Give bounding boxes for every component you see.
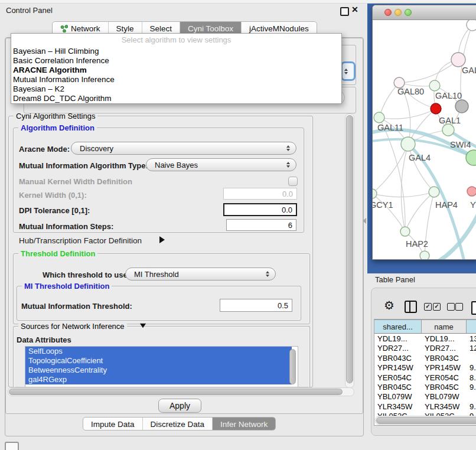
attribute-item[interactable]: TopologicalCoefficient (25, 356, 292, 366)
node-item[interactable] (467, 20, 476, 31)
window-minimize-button[interactable] (395, 9, 402, 16)
table-row[interactable]: YDL19...YDL19...13 (374, 334, 476, 344)
manual-kernel-checkbox[interactable] (288, 177, 298, 186)
table-row[interactable]: YBR045CYBR045C9. (374, 383, 476, 392)
apply-button[interactable]: Apply (158, 399, 201, 413)
tab-discretize-data[interactable]: Discretize Data (142, 418, 213, 430)
dpi-tolerance-field[interactable]: 0.0 (223, 203, 297, 216)
node-gal[interactable] (451, 53, 465, 67)
sources-group-title: Sources for Network Inference (18, 322, 127, 331)
which-threshold-value: MI Threshold (134, 270, 179, 279)
mi-threshold-label: Mutual Information Threshold: (21, 302, 132, 311)
network-window-titlebar[interactable] (373, 5, 476, 20)
table-row[interactable]: YDR27...YDR27...12 (374, 344, 476, 353)
column-header-item[interactable] (467, 319, 476, 334)
divider-collapse-arrow[interactable] (363, 218, 366, 224)
hub-section-label[interactable]: Hub/Transcription Factor Definition (19, 236, 142, 245)
checked-checkbox-icon[interactable]: ✓ (424, 303, 432, 311)
tab-label: Network (71, 24, 100, 33)
unchecked-checkbox-icon[interactable] (447, 303, 455, 311)
tab-network[interactable]: Network (53, 22, 108, 34)
node-y[interactable] (467, 187, 476, 196)
minimized-panel-icon[interactable] (5, 442, 19, 450)
algorithm-option[interactable]: Mutual Information Inference (11, 75, 341, 84)
sources-collapse-icon[interactable] (140, 324, 146, 328)
table-cell: YBR043C (425, 354, 459, 363)
data-attributes-label: Data Attributes (17, 335, 71, 344)
columns-icon[interactable] (405, 301, 417, 313)
network-edge[interactable] (399, 60, 458, 83)
algorithm-option[interactable]: Bayesian – K2 (11, 84, 341, 94)
node-gal4[interactable] (401, 137, 415, 151)
tab-style[interactable]: Style (108, 22, 142, 34)
node-item[interactable] (431, 103, 441, 114)
table-cell: YBR045C (425, 383, 459, 392)
tab-jactivemnodules[interactable]: jActiveMNodules (241, 22, 317, 34)
settings-hscrollbar-thumb[interactable] (9, 389, 343, 395)
algorithm-option[interactable]: ARACNE Algorithm (11, 66, 341, 75)
network-edge[interactable] (379, 83, 399, 118)
gear-icon[interactable]: ⚙ (384, 299, 395, 311)
window-close-button[interactable] (384, 9, 392, 16)
kernel-width-value: 0.0 (282, 190, 293, 198)
window-zoom-button[interactable] (405, 9, 412, 16)
mi-threshold-field[interactable]: 0.5 (220, 299, 292, 312)
mi-threshold-value: 0.5 (278, 301, 288, 310)
node-label: Y (470, 200, 476, 210)
attribute-item[interactable]: SelfLoops (25, 347, 292, 356)
network-edge[interactable] (408, 144, 434, 192)
node-label: GAL (462, 66, 476, 75)
network-edge[interactable] (379, 109, 436, 119)
data-attributes-list: SelfLoopsTopologicalCoefficientBetweenne… (25, 346, 298, 387)
algorithm-option[interactable]: Dream8 DC_TDC Algorithm (11, 94, 341, 103)
table-row[interactable]: YBR043CYBR043C (374, 354, 476, 363)
column-header-shared-[interactable]: shared... (374, 319, 422, 334)
table-cell: YDR27... (425, 344, 456, 353)
aracne-mode-combo[interactable]: Discovery (71, 142, 296, 155)
combo-arrows-icon (266, 271, 269, 277)
checked-checkbox-icon[interactable]: ✓ (433, 303, 441, 311)
table-row[interactable]: YER054CYER054C8. (374, 373, 476, 383)
apply-button-label: Apply (169, 401, 190, 410)
hub-expand-icon[interactable] (159, 236, 165, 243)
network-view-window[interactable]: GALGAL80GAL10GAL1GAL11SWI4GAL4GCY1HAP4YH… (372, 5, 476, 260)
column-header-name[interactable]: name (422, 319, 467, 334)
node-item[interactable] (420, 251, 429, 259)
mi-type-combo[interactable]: Naive Bayes (146, 158, 296, 171)
close-icon[interactable]: ✕ (351, 5, 358, 14)
tab-impute-data[interactable]: Impute Data (83, 418, 142, 430)
algorithm-option[interactable]: Bayesian – Hill Climbing (11, 47, 341, 56)
document-icon[interactable] (471, 301, 476, 315)
kernel-width-field[interactable]: 0.0 (223, 188, 297, 200)
table-cell: YLR345W (425, 402, 459, 411)
node-gal1[interactable] (442, 124, 454, 136)
float-panel-icon[interactable] (340, 7, 349, 16)
unchecked-checkbox-icon[interactable] (455, 303, 463, 311)
node-label: HAP4 (435, 200, 458, 210)
network-canvas[interactable]: GALGAL80GAL10GAL1GAL11SWI4GAL4GCY1HAP4YH… (373, 20, 476, 259)
algorithm-option[interactable]: Basic Correlation Inference (11, 56, 341, 66)
mi-steps-field[interactable]: 6 (226, 219, 296, 231)
tab-infer-network[interactable]: Infer Network (212, 418, 275, 430)
node-gal11[interactable] (374, 112, 384, 123)
node-item[interactable] (455, 100, 468, 113)
table-row[interactable]: YLR345WYLR345W9. (374, 402, 476, 412)
table-cell: YDL19... (425, 334, 455, 343)
table-hscrollbar-thumb[interactable] (376, 417, 476, 424)
which-threshold-combo[interactable]: MI Threshold (125, 268, 276, 281)
network-edge[interactable] (373, 194, 405, 231)
settings-vscrollbar-thumb[interactable] (346, 115, 353, 383)
node-hap4[interactable] (429, 187, 439, 197)
node-hap2[interactable] (400, 227, 410, 236)
node-gal10[interactable] (429, 80, 440, 91)
tab-select[interactable]: Select (142, 22, 180, 34)
algorithm-combo-button[interactable] (341, 61, 356, 81)
attributes-scrollbar-thumb[interactable] (289, 349, 296, 384)
attribute-item[interactable]: BetweennessCentrality (25, 366, 292, 375)
combo-arrows-icon (286, 145, 290, 151)
table-cell: 9. (470, 363, 476, 372)
table-row[interactable]: YPR145WYPR145W9. (374, 363, 476, 373)
table-row[interactable]: YBL079WYBL079W (374, 392, 476, 402)
attribute-item[interactable]: gal4RGexp (25, 375, 292, 384)
tab-cyni-toolbox[interactable]: Cyni Toolbox (180, 22, 241, 34)
